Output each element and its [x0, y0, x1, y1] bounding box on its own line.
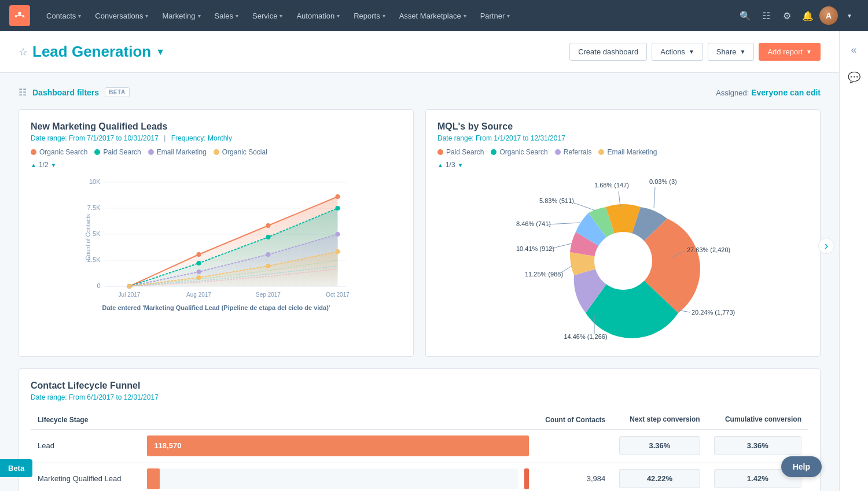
line-chart-svg: 10K 7.5K 5K 2.5K 0 Count of Contacts	[31, 173, 402, 301]
legend-dot-email-marketing	[148, 149, 154, 155]
assigned-value[interactable]: Everyone can edit	[751, 88, 821, 97]
help-button[interactable]: Help	[781, 456, 822, 477]
pie-chart-svg: 27.63% (2,420) 20.24% (1,773) 14.46% (1,…	[479, 171, 768, 345]
chart2-legend: Paid Search Organic Search Referrals	[437, 148, 808, 156]
marketplace-icon[interactable]: ☷	[757, 6, 775, 25]
svg-text:10.41% (912): 10.41% (912)	[516, 245, 554, 252]
filters-left: ☷ Dashboard filters BETA	[19, 87, 130, 98]
share-button[interactable]: Share ▼	[708, 43, 755, 61]
funnel-table: Lifecycle Stage Count of Contacts Next s…	[31, 411, 808, 491]
chart1-title: New Marketing Qualified Leads	[31, 121, 402, 132]
account-chevron-icon[interactable]: ▼	[840, 6, 859, 25]
nav-chevron-partner-icon: ▾	[507, 13, 510, 19]
table-row: Lead 118,570 3.36% 3.36%	[31, 429, 808, 462]
svg-line-48	[548, 223, 580, 224]
create-dashboard-button[interactable]: Create dashboard	[569, 43, 647, 61]
hubspot-logo[interactable]	[9, 5, 30, 26]
col-count-header	[140, 411, 529, 429]
svg-text:8.46% (741): 8.46% (741)	[516, 220, 551, 227]
svg-text:7.5K: 7.5K	[87, 204, 101, 211]
add-report-button[interactable]: Add report ▼	[759, 43, 821, 61]
chart1-legend: Organic Search Paid Search Email Marketi…	[31, 148, 402, 156]
chat-icon[interactable]: 💬	[845, 68, 863, 87]
next-arrow-icon[interactable]: ›	[818, 238, 834, 254]
svg-text:20.24% (1,773): 20.24% (1,773)	[692, 309, 735, 316]
settings-icon[interactable]: ⚙	[778, 6, 796, 25]
chart2-date-range: Date range: From 1/1/2017 to 12/31/2017	[437, 134, 808, 142]
assigned-label: Assigned:	[716, 88, 749, 97]
user-avatar[interactable]: A	[819, 6, 838, 25]
svg-point-36	[594, 232, 652, 290]
legend-item-organic-search: Organic Search	[31, 148, 87, 156]
notifications-icon[interactable]: 🔔	[799, 6, 817, 25]
page-title: Lead Generation	[32, 43, 151, 61]
nav-item-automation[interactable]: Automation▾	[289, 0, 347, 31]
svg-text:Jul 2017: Jul 2017	[119, 291, 141, 298]
legend-dot-paid-search	[94, 149, 100, 155]
chart1-x-axis-label: Date entered 'Marketing Qualified Lead (…	[31, 304, 402, 311]
lifecycle-stage-cell: Marketing Qualified Lead	[31, 462, 140, 491]
chart1-date-range: Date range: From 7/1/2017 to 10/31/2017 …	[31, 134, 402, 142]
charts-row: New Marketing Qualified Leads Date range…	[19, 109, 821, 357]
favorite-star-icon[interactable]: ☆	[19, 46, 28, 58]
nav-item-asset-marketplace[interactable]: Asset Marketplace▾	[392, 0, 473, 31]
beta-floating-button[interactable]: Beta	[0, 459, 32, 477]
dashboard-area: ☷ Dashboard filters BETA Assigned: Every…	[0, 73, 839, 491]
legend-dot-organic-search	[31, 149, 36, 155]
legend-item-paid-search: Paid Search	[437, 148, 484, 156]
nav-item-sales[interactable]: Sales▾	[208, 0, 246, 31]
main-wrapper: ☆ Lead Generation ▼ Create dashboard Act…	[0, 31, 868, 491]
chart1-next-arrow[interactable]: ▼	[51, 162, 57, 168]
svg-line-54	[654, 187, 655, 208]
svg-point-27	[336, 206, 340, 211]
svg-point-29	[197, 270, 201, 274]
chart2-next-arrow[interactable]: ▼	[458, 162, 464, 168]
svg-point-26	[266, 235, 271, 239]
nav-chevron-sales-icon: ▾	[236, 13, 238, 19]
nav-item-conversations[interactable]: Conversations▾	[88, 0, 155, 31]
nav-items: Contacts▾Conversations▾Marketing▾Sales▾S…	[39, 0, 736, 31]
nav-item-marketing[interactable]: Marketing▾	[155, 0, 207, 31]
legend-item-referrals: Referrals	[555, 148, 592, 156]
count-cell: 3,984	[529, 462, 612, 491]
legend-item-email-marketing: Email Marketing	[148, 148, 207, 156]
col-lifecycle-stage: Lifecycle Stage	[31, 411, 140, 429]
collapse-sidebar-icon[interactable]: «	[845, 40, 863, 59]
top-navigation: Contacts▾Conversations▾Marketing▾Sales▾S…	[0, 0, 868, 31]
chart1-page-nav: ▲ 1/2 ▼	[31, 161, 402, 169]
lifecycle-stage-cell: Lead	[31, 429, 140, 462]
chart2-prev-arrow[interactable]: ▲	[437, 162, 443, 168]
nav-item-contacts[interactable]: Contacts▾	[39, 0, 88, 31]
bar-cell	[140, 462, 529, 491]
nav-chevron-conversations-icon: ▾	[145, 13, 148, 19]
svg-line-50	[574, 203, 595, 211]
nav-item-partner[interactable]: Partner▾	[473, 0, 517, 31]
table-row: Marketing Qualified Lead 3,984 42.22% 1.…	[31, 462, 808, 491]
filter-icon: ☷	[19, 87, 27, 98]
title-dropdown-icon[interactable]: ▼	[156, 47, 165, 57]
pie-chart-container: 27.63% (2,420) 20.24% (1,773) 14.46% (1,…	[437, 171, 808, 345]
nav-item-reports[interactable]: Reports▾	[347, 0, 392, 31]
header-actions: Create dashboard Actions ▼ Share ▼ Add r…	[569, 43, 821, 61]
dashboard-filters-label[interactable]: Dashboard filters	[32, 88, 99, 97]
svg-text:0: 0	[97, 282, 100, 289]
search-icon[interactable]: 🔍	[736, 6, 755, 25]
svg-point-23	[336, 194, 340, 199]
legend-item-paid-search: Paid Search	[94, 148, 141, 156]
svg-text:1.68% (147): 1.68% (147)	[594, 182, 629, 189]
next-conv-cell: 42.22%	[612, 462, 707, 491]
svg-point-30	[266, 252, 271, 257]
nav-chevron-contacts-icon: ▾	[78, 13, 81, 19]
nav-chevron-asset-marketplace-icon: ▾	[464, 13, 466, 19]
chart1-prev-arrow[interactable]: ▲	[31, 162, 36, 168]
legend-item-organic-search: Organic Search	[491, 148, 547, 156]
actions-button[interactable]: Actions ▼	[652, 43, 703, 61]
svg-text:Oct 2017: Oct 2017	[326, 291, 350, 298]
nav-item-service[interactable]: Service▾	[245, 0, 289, 31]
svg-text:27.63% (2,420): 27.63% (2,420)	[687, 246, 730, 253]
funnel-date: Date range: From 6/1/2017 to 12/31/2017	[31, 393, 808, 401]
svg-text:0.03% (3): 0.03% (3)	[649, 178, 677, 185]
svg-text:10K: 10K	[89, 178, 101, 185]
count-cell	[529, 429, 612, 462]
svg-text:14.46% (1,266): 14.46% (1,266)	[564, 333, 607, 340]
